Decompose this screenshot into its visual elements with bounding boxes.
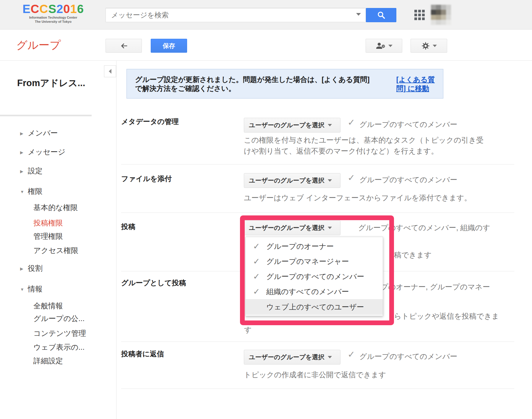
row-divider: [121, 389, 514, 389]
search-options-caret-icon[interactable]: [356, 13, 361, 16]
chevron-right-icon: ▶: [20, 131, 28, 136]
banner-message: グループ設定が更新されました。問題が発生した場合は、[よくある質問] で解決方法…: [135, 75, 370, 98]
sidebar-item-moderation-permissions[interactable]: 管理権限: [33, 231, 63, 241]
sidebar-item-settings[interactable]: ▶設定: [20, 166, 43, 176]
menu-item-all-group-members[interactable]: グループのすべてのメンバー: [246, 269, 383, 284]
chevron-right-icon: ▶: [20, 266, 28, 271]
sidebar-item-content-control[interactable]: コンテンツ管理: [33, 328, 86, 338]
settings-menu-button[interactable]: [411, 39, 447, 53]
collapse-left-icon: [109, 69, 111, 74]
menu-item-group-owners[interactable]: グループのオーナー: [246, 239, 383, 254]
dropdown-caret-icon: [328, 124, 332, 126]
save-button-label: 保存: [163, 42, 175, 50]
row-label-attach-files: ファイルを添付: [121, 174, 172, 183]
page-title: グループ: [16, 38, 61, 53]
sidebar-item-posting-permissions[interactable]: 投稿権限: [33, 218, 63, 228]
sidebar-item-advanced-settings[interactable]: 詳細設定: [33, 356, 63, 366]
settings-menu-caret-icon: [433, 45, 437, 47]
row-label-reply-to-author: 投稿者に返信: [121, 349, 164, 359]
groups-settings-page: ECCS2016 Information Technology Center T…: [0, 0, 532, 419]
sidebar-item-members[interactable]: ▶メンバー: [20, 128, 58, 138]
dropdown-caret-icon: [328, 179, 332, 182]
members-menu-button[interactable]: [366, 39, 402, 53]
post-as-group-description-fragment: らトピックや返信を投稿できま: [394, 311, 499, 322]
row-label-post-as-group: グループとして投稿: [121, 278, 186, 288]
dropdown-caret-icon: [328, 227, 332, 229]
check-icon: [253, 241, 266, 251]
check-icon: [348, 173, 355, 183]
sidebar-item-roles[interactable]: ▶役割: [20, 263, 43, 273]
menu-item-all-web-users[interactable]: ウェブ上のすべてのユーザー: [246, 299, 383, 315]
dropdown-caret-icon: [328, 356, 332, 358]
sidebar-item-group-visibility[interactable]: グループの公...: [33, 314, 85, 323]
search-placeholder: メッセージを検索: [111, 10, 169, 20]
attach-files-description: ユーザーはウェブ インターフェースからファイルを添付できます。: [244, 192, 471, 203]
post-as-group-description-fragment: す: [244, 324, 252, 335]
reply-to-author-group-select-dropdown[interactable]: ユーザーのグループを選択: [244, 350, 340, 365]
chevron-down-icon: ▼: [20, 287, 28, 292]
metadata-group-select-dropdown[interactable]: ユーザーのグループを選択: [244, 118, 340, 133]
reply-to-author-description: トピックの作成者に非公開で返信できます: [244, 369, 386, 380]
group-name: Fromアドレス...: [17, 77, 94, 89]
apps-grid-icon[interactable]: [414, 10, 425, 20]
logo-text: ECCS2016: [16, 2, 90, 15]
logo-subtitle-1: Information Technology Center: [16, 15, 90, 20]
search-button[interactable]: [366, 8, 396, 22]
check-icon: [253, 257, 266, 266]
row-label-metadata: メタデータの管理: [121, 117, 179, 126]
toolbar: [0, 30, 532, 61]
update-notification-banner: グループ設定が更新されました。問題が発生した場合は、[よくある質問] で解決方法…: [126, 69, 443, 99]
back-button[interactable]: [106, 39, 142, 53]
logo-subtitle-2: The University of Tokyo: [16, 20, 90, 24]
check-icon: [253, 272, 266, 281]
row-divider: [121, 341, 514, 342]
person-gear-icon: [375, 41, 386, 50]
gear-icon: [421, 41, 430, 51]
check-icon: [348, 349, 355, 360]
sidebar-shadow: [0, 115, 92, 117]
eccs-logo[interactable]: ECCS2016 Information Technology Center T…: [16, 2, 90, 24]
faq-link[interactable]: [よくある質 問] に移動: [396, 75, 435, 98]
avatar[interactable]: [431, 5, 451, 25]
sidebar-item-messages[interactable]: ▶メッセージ: [20, 147, 65, 157]
reply-to-author-selected-summary: グループのすべてのメンバー: [359, 352, 457, 361]
sidebar-item-permissions[interactable]: ▼権限: [20, 186, 43, 196]
sidebar-collapse-button[interactable]: [104, 65, 116, 77]
menu-item-group-managers[interactable]: グループのマネージャー: [246, 254, 383, 269]
sidebar-item-general-information[interactable]: 全般情報: [33, 301, 63, 311]
save-button[interactable]: 保存: [151, 39, 187, 53]
group-select-open-menu: グループのオーナー グループのマネージャー グループのすべてのメンバー 組織のす…: [245, 237, 383, 316]
attach-files-selected-summary: グループのすべてのメンバー: [359, 175, 457, 185]
members-menu-caret-icon: [388, 45, 392, 47]
row-divider: [121, 164, 514, 165]
back-arrow-icon: [119, 41, 128, 50]
sidebar: Fromアドレス... ▶メンバー ▶メッセージ ▶設定 ▼権限 基本的な権限 …: [0, 61, 116, 419]
chevron-right-icon: ▶: [20, 169, 28, 174]
check-icon: [253, 287, 266, 296]
menu-item-all-organization-members[interactable]: 組織のすべてのメンバー: [246, 284, 383, 299]
metadata-selected-summary: グループのすべてのメンバー: [359, 120, 457, 129]
chevron-down-icon: ▼: [20, 189, 28, 194]
row-label-post: 投稿: [121, 222, 135, 231]
row-divider: [121, 212, 514, 213]
sidebar-item-web-view[interactable]: ウェブ表示の...: [33, 342, 85, 352]
search-icon: [377, 11, 386, 20]
metadata-description: この権限を付与されたユーザーは、基本的なタスク（トピックの引き受 けや割り当て、…: [244, 135, 484, 157]
sidebar-item-information[interactable]: ▼情報: [20, 284, 43, 294]
top-header: ECCS2016 Information Technology Center T…: [0, 0, 532, 30]
sidebar-item-access-permissions[interactable]: アクセス権限: [33, 246, 78, 255]
attach-files-group-select-dropdown[interactable]: ユーザーのグループを選択: [244, 173, 340, 188]
chevron-right-icon: ▶: [20, 150, 28, 155]
check-icon: [348, 117, 355, 128]
post-description-fragment: 稿できます: [394, 249, 432, 260]
post-group-select-dropdown[interactable]: ユーザーのグループを選択: [244, 220, 340, 235]
search-input[interactable]: メッセージを検索: [106, 8, 366, 22]
sidebar-item-basic-permissions[interactable]: 基本的な権限: [33, 203, 78, 212]
post-selected-summary: グループのすべてのメンバー, 組織のす: [358, 223, 490, 233]
